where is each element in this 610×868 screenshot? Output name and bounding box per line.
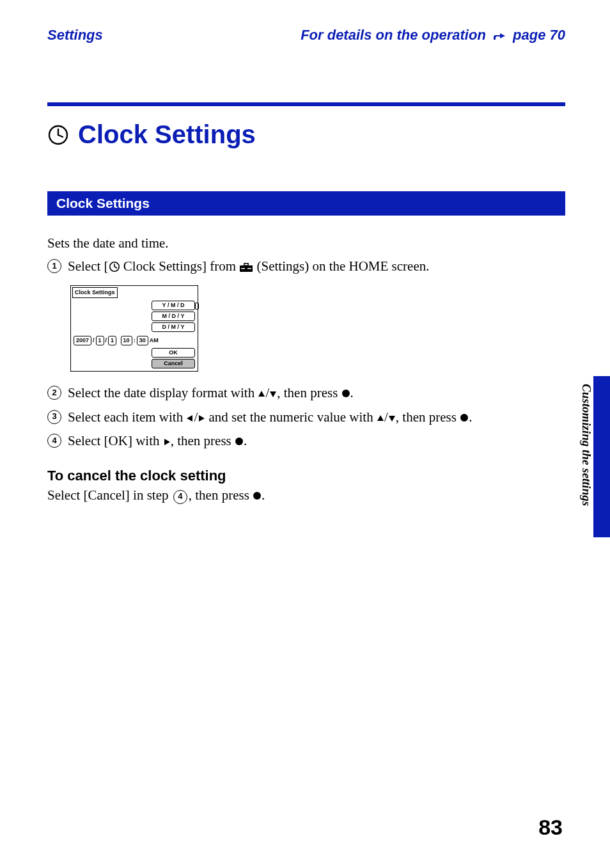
svg-point-22 bbox=[253, 492, 261, 500]
svg-point-19 bbox=[460, 414, 468, 422]
side-tab-label: Customizing the settings bbox=[577, 384, 593, 506]
center-button-icon bbox=[460, 408, 469, 427]
down-triangle-icon bbox=[388, 408, 396, 427]
svg-marker-15 bbox=[187, 415, 192, 422]
svg-marker-20 bbox=[164, 439, 170, 445]
step-number-4: 4 bbox=[47, 434, 61, 448]
page-title: Clock Settings bbox=[78, 120, 256, 149]
clock-icon bbox=[109, 258, 120, 270]
minute-field: 30 bbox=[137, 336, 148, 345]
step1-text-b: Clock Settings] from bbox=[120, 258, 240, 274]
step2-text-b: , then press bbox=[277, 385, 341, 400]
ampm-label: AM bbox=[150, 336, 159, 345]
ok-button: OK bbox=[152, 348, 195, 358]
cancel-body: Select [Cancel] in step 4, then press . bbox=[47, 485, 565, 505]
step3-text-b: and set the numeric value with bbox=[205, 409, 377, 425]
cancel-text-b: , then press bbox=[189, 487, 253, 503]
format-option-mdy: M / D / Y bbox=[152, 312, 195, 321]
step4-text-b: , then press bbox=[171, 433, 235, 448]
step-3: 3 Select each item with / and set the nu… bbox=[47, 407, 565, 427]
step1-text-a: Select [ bbox=[68, 258, 109, 274]
format-option-ymd: Y / M / D bbox=[152, 301, 195, 310]
cancel-button: Cancel bbox=[152, 359, 195, 368]
clock-icon bbox=[47, 124, 69, 146]
cancel-text-a: Select [Cancel] in step bbox=[47, 487, 172, 503]
page-header: Settings For details on the operation pa… bbox=[47, 27, 565, 45]
crossref-prefix: For details on the operation bbox=[301, 27, 490, 43]
step-number-2: 2 bbox=[47, 386, 61, 400]
svg-rect-9 bbox=[245, 264, 248, 265]
svg-marker-16 bbox=[199, 415, 205, 422]
step-number-3: 3 bbox=[47, 410, 61, 424]
svg-line-5 bbox=[114, 267, 117, 268]
svg-line-2 bbox=[58, 135, 63, 137]
svg-rect-11 bbox=[247, 268, 251, 269]
clock-settings-screenshot: Clock Settings Y / M / D M / D / Y D / M… bbox=[70, 285, 565, 372]
cancel-subheading: To cancel the clock setting bbox=[47, 466, 565, 486]
step1-text-c: (Settings) on the HOME screen. bbox=[253, 258, 429, 274]
crossref-page: page 70 bbox=[513, 27, 565, 43]
step-2: 2 Select the date display format with /,… bbox=[47, 383, 565, 403]
step3-text-d: . bbox=[469, 409, 472, 425]
svg-point-21 bbox=[235, 438, 243, 445]
pointing-hand-icon bbox=[492, 28, 506, 45]
page-number: 83 bbox=[538, 815, 563, 840]
down-triangle-icon bbox=[269, 384, 277, 403]
header-section: Settings bbox=[47, 27, 103, 43]
title-divider bbox=[47, 102, 565, 106]
svg-marker-18 bbox=[389, 416, 395, 422]
svg-point-14 bbox=[342, 390, 350, 397]
shot-date-row: 2007/ 1/ 1 10: 30 AM bbox=[71, 335, 198, 347]
step-number-1: 1 bbox=[47, 259, 61, 273]
up-triangle-icon bbox=[258, 384, 265, 403]
step3-text-a: Select each item with bbox=[68, 409, 186, 425]
step3-text-c: , then press bbox=[396, 409, 460, 425]
hour-field: 10 bbox=[121, 336, 132, 345]
format-option-dmy: D / M / Y bbox=[152, 322, 195, 332]
right-triangle-icon bbox=[163, 432, 171, 451]
page-title-row: Clock Settings bbox=[47, 120, 565, 149]
step2-text-a: Select the date display format with bbox=[68, 385, 258, 400]
intro-text: Sets the date and time. bbox=[47, 233, 565, 253]
cancel-text-c: . bbox=[262, 487, 265, 503]
right-triangle-icon bbox=[198, 408, 205, 427]
svg-marker-17 bbox=[377, 415, 384, 421]
section-heading: Clock Settings bbox=[47, 191, 565, 216]
month-field: 1 bbox=[96, 336, 104, 345]
day-field: 1 bbox=[108, 336, 116, 345]
center-button-icon bbox=[235, 432, 244, 451]
toolbox-icon bbox=[239, 258, 253, 270]
svg-marker-13 bbox=[270, 391, 276, 397]
svg-marker-12 bbox=[258, 391, 265, 397]
svg-rect-7 bbox=[240, 265, 253, 267]
left-triangle-icon bbox=[186, 408, 194, 427]
up-triangle-icon bbox=[377, 408, 384, 427]
svg-rect-10 bbox=[241, 268, 245, 269]
step-number-4-ref: 4 bbox=[173, 490, 187, 504]
shot-title: Clock Settings bbox=[72, 287, 118, 298]
step-1: 1 Select [ Clock Settings] from (Setting… bbox=[47, 256, 565, 276]
year-field: 2007 bbox=[74, 336, 91, 345]
step4-text-c: . bbox=[244, 433, 247, 448]
step2-text-c: . bbox=[350, 385, 354, 400]
step4-text-a: Select [OK] with bbox=[68, 433, 163, 448]
header-crossref: For details on the operation page 70 bbox=[301, 27, 565, 45]
center-button-icon bbox=[341, 384, 350, 403]
center-button-icon bbox=[253, 486, 262, 505]
step-list: 1 Select [ Clock Settings] from (Setting… bbox=[47, 256, 565, 451]
step-4: 4 Select [OK] with , then press . bbox=[47, 431, 565, 451]
body-content: Sets the date and time. 1 Select [ Clock… bbox=[47, 233, 565, 506]
side-tab bbox=[593, 376, 610, 537]
